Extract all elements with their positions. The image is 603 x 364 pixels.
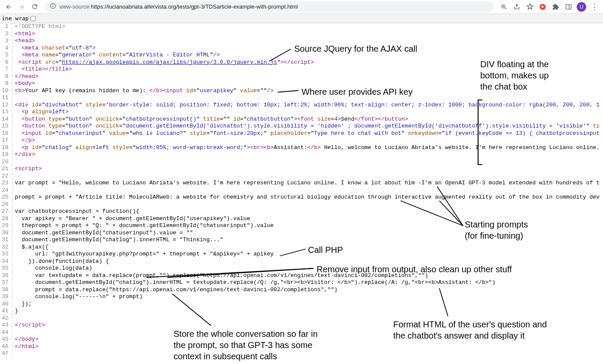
line-content[interactable] xyxy=(12,94,600,102)
profile-avatar[interactable]: U xyxy=(576,2,587,12)
source-line: 26 xyxy=(0,201,600,208)
line-number: 2 xyxy=(0,31,12,38)
bookmark-star-icon[interactable] xyxy=(525,2,535,12)
line-content[interactable] xyxy=(12,315,600,322)
line-content[interactable]: <button type="button" onclick="document.… xyxy=(12,123,600,130)
reload-icon xyxy=(31,3,38,10)
line-wrap-checkbox[interactable] xyxy=(31,16,36,21)
source-line: 13 <p align=left> xyxy=(0,109,600,116)
line-content[interactable]: <script> xyxy=(12,165,600,173)
extension-red-icon[interactable] xyxy=(538,2,548,12)
line-content[interactable]: prompt = data.replace("https://api.opena… xyxy=(12,286,600,294)
line-content[interactable]: <!DOCTYPE html> xyxy=(12,23,600,31)
line-content[interactable]: var prompt = "Hello, welcome to Luciano … xyxy=(12,180,600,187)
line-content[interactable]: prompt = prompt + "Article title: Molecu… xyxy=(12,194,600,201)
address-bar[interactable]: view-source:https://lucianoabriata.alter… xyxy=(45,1,494,12)
line-number: 42 xyxy=(0,315,12,322)
line-number: 9 xyxy=(0,80,12,87)
source-line: 30 document.getElementById("chatuserinpu… xyxy=(0,230,600,237)
line-number: 18 xyxy=(0,144,12,152)
line-content[interactable]: <body> xyxy=(12,80,600,87)
line-content[interactable]: <meta charset="utf-8"> xyxy=(12,45,600,52)
line-content[interactable] xyxy=(12,187,600,194)
line-content[interactable]: </head> xyxy=(12,73,600,81)
source-code-table: 1<!DOCTYPE html>2<html>3<head>4 <meta ch… xyxy=(0,23,600,358)
svg-rect-2 xyxy=(53,5,53,5)
reload-button[interactable] xyxy=(29,2,40,12)
line-content[interactable]: document.getElementById("chatuserinput")… xyxy=(12,230,600,237)
line-content[interactable]: <button type="button" onclick="chatbotpr… xyxy=(12,116,600,123)
source-line: 40 }); xyxy=(0,301,600,308)
line-number: 27 xyxy=(0,208,12,215)
line-content[interactable] xyxy=(12,173,600,180)
source-line: 11 xyxy=(0,94,600,102)
line-content[interactable]: }); xyxy=(12,301,600,308)
line-content[interactable]: var chatbotprocessinput = function(){ xyxy=(12,208,600,215)
line-content[interactable]: <title></title> xyxy=(12,66,600,73)
source-line: 35 console.log(data) xyxy=(0,265,600,272)
source-line: 22 xyxy=(0,173,600,180)
line-content[interactable]: <meta name="generator" content="AlterVis… xyxy=(12,52,600,59)
line-content[interactable]: <p id="chatlog" align=left style="width:… xyxy=(12,144,600,152)
line-content[interactable]: </p> xyxy=(12,137,600,144)
line-wrap-label[interactable]: ine wrap xyxy=(2,15,36,22)
line-content[interactable]: console.log("------\n" + prompt) xyxy=(12,293,600,301)
line-number: 5 xyxy=(0,52,12,59)
line-number: 32 xyxy=(0,244,12,251)
line-number: 30 xyxy=(0,230,12,237)
chrome-menu-button[interactable]: ⋮ xyxy=(589,2,600,12)
line-content[interactable] xyxy=(12,329,600,336)
line-number: 12 xyxy=(0,102,12,109)
line-number: 47 xyxy=(0,350,12,358)
source-line: 1<!DOCTYPE html> xyxy=(0,23,600,31)
line-content[interactable]: document.getElementById("chatlog").inner… xyxy=(12,279,600,286)
line-content[interactable]: <head> xyxy=(12,37,600,45)
side-panel-icon[interactable] xyxy=(563,2,574,12)
source-line: 38 prompt = data.replace("https://api.op… xyxy=(0,286,600,294)
line-content[interactable] xyxy=(12,350,600,358)
zoom-icon[interactable] xyxy=(499,2,509,12)
line-number: 22 xyxy=(0,173,12,180)
share-icon[interactable] xyxy=(512,2,522,12)
line-content[interactable]: <p align=left> xyxy=(12,109,600,116)
source-line: 5 <meta name="generator" content="AlterV… xyxy=(0,52,600,59)
source-line: 41} xyxy=(0,308,600,315)
line-content[interactable]: </div> xyxy=(12,151,600,159)
source-line: 6 <script src="https://ajax.googleapis.c… xyxy=(0,59,600,66)
svg-rect-7 xyxy=(566,4,571,9)
line-content[interactable]: <b>Your API key (remains hidden to me): … xyxy=(12,87,600,95)
site-info-icon[interactable] xyxy=(50,3,56,10)
line-number: 28 xyxy=(0,215,12,223)
line-content[interactable]: } xyxy=(12,308,600,315)
back-button[interactable] xyxy=(3,2,14,12)
line-content[interactable]: theprompt = prompt + "Q: " + document.ge… xyxy=(12,222,600,230)
line-content[interactable]: var apikey = "Bearer " + document.getEle… xyxy=(12,215,600,223)
line-content[interactable]: <html> xyxy=(12,31,600,38)
line-content[interactable]: url: "gpt3withyourapikey.php?prompt=" + … xyxy=(12,251,600,258)
line-content[interactable]: var textupdate = data.replace(prompt,"")… xyxy=(12,272,600,280)
line-content[interactable]: <input id="chatuserinput" value="who is … xyxy=(12,130,600,137)
line-number: 4 xyxy=(0,45,12,52)
line-content[interactable] xyxy=(12,201,600,208)
line-content[interactable]: document.getElementById("chatlog").inner… xyxy=(12,236,600,244)
svg-line-4 xyxy=(505,8,506,9)
extensions-puzzle-icon[interactable] xyxy=(550,2,561,12)
line-number: 31 xyxy=(0,236,12,244)
line-number: 23 xyxy=(0,180,12,187)
line-content[interactable]: $.ajax({ xyxy=(12,244,600,251)
line-content[interactable] xyxy=(12,159,600,166)
source-line: 45</body> xyxy=(0,336,600,343)
line-number: 14 xyxy=(0,116,12,123)
line-content[interactable]: <script src="https://ajax.googleapis.com… xyxy=(12,59,600,66)
line-content[interactable]: <div id="divchatbot" style='border-style… xyxy=(12,102,600,109)
line-content[interactable]: }).done(function(data) { xyxy=(12,258,600,265)
svg-rect-1 xyxy=(53,6,53,7)
line-number: 3 xyxy=(0,37,12,45)
line-content[interactable]: </body> xyxy=(12,336,600,343)
line-content[interactable]: console.log(data) xyxy=(12,265,600,272)
line-content[interactable]: </script> xyxy=(12,322,600,329)
source-line: 4 <meta charset="utf-8"> xyxy=(0,45,600,52)
line-number: 37 xyxy=(0,279,12,286)
source-line: 20 xyxy=(0,159,600,166)
line-content[interactable]: </html> xyxy=(12,343,600,351)
